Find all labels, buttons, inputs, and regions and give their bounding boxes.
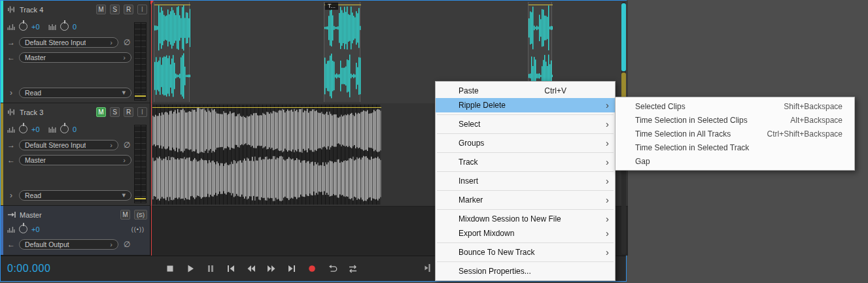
submenu-item-time-selection-in-all-tracks[interactable]: Time Selection in All Tracks Ctrl+Shift+… [616, 127, 854, 141]
master-track-header[interactable]: Master M (S) +0 ((•)) ← Default Output [1, 206, 150, 256]
track-color-stripe [1, 1, 3, 103]
track-name[interactable]: Track 4 [20, 6, 43, 14]
track-name[interactable]: Track 3 [20, 108, 43, 116]
solo-button[interactable]: S [110, 107, 120, 117]
input-select[interactable]: Default Stereo Input › [19, 140, 118, 150]
track-header-track-3[interactable]: Track 3 M S R I +0 0 → [1, 103, 150, 206]
chevron-right-icon: › [110, 39, 113, 46]
scrollbar-thumb[interactable] [621, 3, 626, 71]
audio-clip[interactable] [152, 105, 381, 205]
output-select[interactable]: Default Output › [19, 239, 118, 250]
desktop: Track 4 M S R I +0 0 → [0, 0, 868, 283]
menu-item-bounce-to-new-track[interactable]: Bounce To New Track › [436, 245, 615, 259]
menu-item-label: Paste [459, 86, 479, 95]
record-button[interactable] [306, 263, 318, 275]
pan-value[interactable]: 0 [73, 23, 86, 31]
play-button[interactable] [184, 263, 196, 275]
rewind-button[interactable] [245, 263, 257, 275]
mute-button[interactable]: M [96, 107, 106, 117]
skip-selection-button[interactable] [347, 263, 358, 275]
mute-button[interactable]: M [120, 210, 130, 220]
go-to-start-button[interactable] [225, 263, 237, 275]
playhead[interactable] [151, 1, 152, 256]
track-color-stripe [1, 206, 3, 255]
menu-item-ripple-delete[interactable]: Ripple Delete › [436, 98, 615, 112]
menu-item-label: Session Properties... [459, 267, 531, 276]
menu-item-shortcut: Ctrl+V [544, 86, 566, 95]
expand-chevron-icon[interactable]: › [7, 191, 15, 200]
automation-mode-select[interactable]: Read ▾ [19, 88, 131, 98]
menu-item-insert[interactable]: Insert › [436, 174, 615, 188]
output-arrow-icon: ← [7, 240, 15, 249]
go-to-end-button[interactable] [286, 263, 298, 275]
pan-value[interactable]: 0 [73, 125, 86, 133]
menu-item-track[interactable]: Track › [436, 155, 615, 169]
pan-bars-icon [48, 125, 56, 133]
volume-knob[interactable] [19, 22, 27, 31]
chevron-right-icon: › [123, 156, 126, 164]
input-select[interactable]: Default Stereo Input › [19, 37, 118, 48]
menu-item-shortcut: Shift+Backspace [784, 102, 842, 111]
output-select[interactable]: Master › [19, 155, 131, 165]
solo-safe-button[interactable]: (S) [134, 210, 147, 220]
stop-button[interactable] [164, 263, 176, 275]
submenu-item-time-selection-in-selected-clips[interactable]: Time Selection in Selected Clips Alt+Bac… [616, 113, 854, 127]
menu-item-mixdown-session-to-new-file[interactable]: Mixdown Session to New File › [436, 212, 615, 226]
phase-icon[interactable]: ∅ [122, 38, 131, 47]
move-to-in-point-icon[interactable] [423, 263, 432, 275]
record-arm-button[interactable]: R [124, 5, 133, 14]
submenu-item-selected-clips[interactable]: Selected Clips Shift+Backspace [616, 99, 854, 113]
volume-knob[interactable] [19, 225, 27, 233]
track-name[interactable]: Master [20, 211, 42, 219]
record-arm-button[interactable]: R [124, 107, 133, 117]
menu-item-groups[interactable]: Groups › [436, 136, 615, 150]
menu-item-label: Mixdown Session to New File [459, 214, 561, 224]
input-monitor-button[interactable]: I [137, 107, 147, 117]
menu-item-label: Time Selection in Selected Track [635, 143, 749, 152]
solo-button[interactable]: S [110, 5, 120, 14]
menu-item-export-mixdown[interactable]: Export Mixdown › [436, 226, 615, 241]
submenu-arrow-icon: › [606, 213, 609, 224]
menu-item-label: Time Selection in All Tracks [635, 129, 731, 139]
chevron-down-icon: ▾ [122, 88, 126, 97]
volume-value[interactable]: +0 [31, 225, 44, 233]
pan-knob[interactable] [60, 125, 69, 133]
menu-item-paste[interactable]: Paste Ctrl+V [436, 84, 615, 98]
menu-item-label: Ripple Delete [459, 101, 506, 110]
fast-forward-button[interactable] [266, 263, 277, 275]
loop-playback-button[interactable] [326, 263, 338, 275]
automation-mode-select[interactable]: Read ▾ [19, 190, 131, 201]
volume-value[interactable]: +0 [31, 125, 44, 133]
volume-value[interactable]: +0 [31, 23, 44, 31]
audio-clip[interactable] [154, 2, 190, 102]
waveform-canvas [154, 2, 190, 102]
submenu-item-gap[interactable]: Gap [616, 154, 854, 168]
submenu-item-time-selection-in-selected-track[interactable]: Time Selection in Selected Track [616, 141, 854, 154]
output-select[interactable]: Master › [19, 52, 131, 63]
pause-button[interactable] [205, 263, 217, 275]
context-menu: Paste Ctrl+V Ripple Delete › Select › Gr… [435, 81, 616, 281]
mute-button[interactable]: M [96, 5, 106, 14]
clip-label: T... [325, 3, 338, 10]
volume-bars-icon [7, 125, 15, 133]
time-display[interactable]: 0:00.000 [1, 263, 150, 275]
track-header-track-4[interactable]: Track 4 M S R I +0 0 → [1, 1, 150, 103]
audio-track-icon [7, 5, 16, 14]
chevron-right-icon: › [110, 141, 113, 149]
menu-separator [437, 171, 614, 172]
input-monitor-button[interactable]: I [137, 5, 147, 14]
submenu-arrow-icon: › [606, 246, 609, 258]
expand-chevron-icon[interactable]: › [7, 88, 15, 97]
input-arrow-icon: → [7, 38, 15, 47]
volume-knob[interactable] [19, 125, 27, 133]
pan-knob[interactable] [60, 22, 69, 31]
menu-item-marker[interactable]: Marker › [436, 193, 615, 207]
phase-icon[interactable]: ∅ [122, 141, 131, 150]
submenu-arrow-icon: › [606, 194, 609, 205]
audio-clip[interactable]: T... [324, 2, 360, 102]
submenu-arrow-icon: › [606, 156, 609, 167]
phase-icon[interactable]: ∅ [122, 240, 131, 249]
menu-item-shortcut: Alt+Backspace [790, 116, 842, 125]
menu-item-session-properties[interactable]: Session Properties... [436, 264, 615, 278]
menu-item-select[interactable]: Select › [436, 117, 615, 131]
